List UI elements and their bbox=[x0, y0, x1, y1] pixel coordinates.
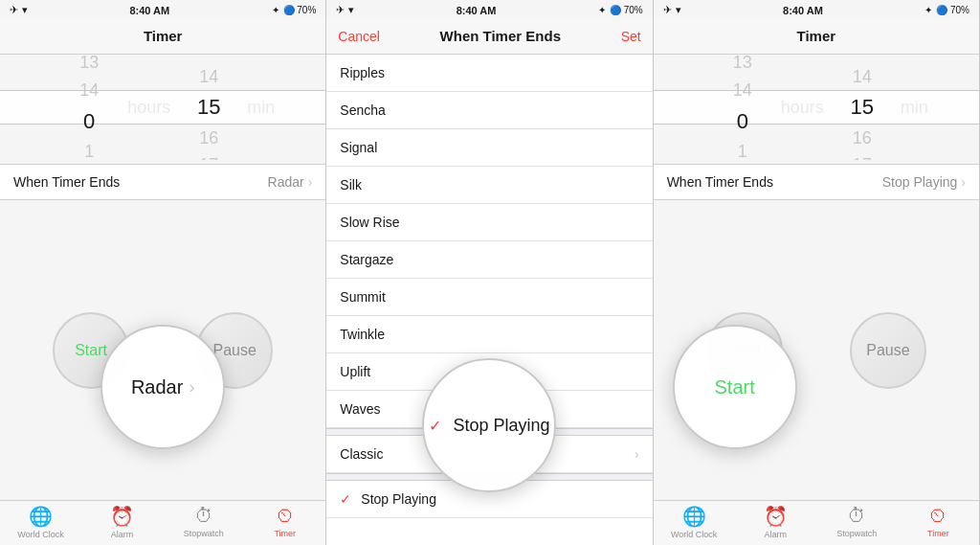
bluetooth-icon-3: ✦ bbox=[924, 5, 932, 15]
list-item-slow-rise[interactable]: Slow Rise bbox=[326, 204, 652, 241]
panel-when-timer-ends: ✈ ▾ 8:40 AM ✦ 🔵 70% Cancel When Timer En… bbox=[326, 0, 653, 545]
timer-ends-text-1: Radar bbox=[268, 174, 304, 190]
status-time-2: 8:40 AM bbox=[457, 5, 497, 16]
tab-world-clock-1[interactable]: 🌐 World Clock bbox=[0, 505, 81, 539]
list-item-stargaze[interactable]: Stargaze bbox=[326, 241, 652, 279]
list-item-signal[interactable]: Signal bbox=[326, 129, 652, 167]
timer-ends-value-1: Radar › bbox=[268, 174, 313, 190]
nav-bar-2: Cancel When Timer Ends Set bbox=[326, 18, 652, 55]
timer-icon-3: ⏲ bbox=[928, 505, 947, 527]
hour-item-0: 0 bbox=[51, 104, 127, 138]
min-item-13: 13 bbox=[170, 55, 247, 63]
status-left-1: ✈ ▾ bbox=[10, 4, 28, 16]
status-bar-2: ✈ ▾ 8:40 AM ✦ 🔵 70% bbox=[326, 0, 652, 18]
nav-title-3: Timer bbox=[703, 28, 929, 44]
stopwatch-icon-3: ⏱ bbox=[847, 505, 866, 527]
tab-stopwatch-label-1: Stopwatch bbox=[184, 529, 224, 538]
tab-bar-1: 🌐 World Clock ⏰ Alarm ⏱ Stopwatch ⏲ Time… bbox=[0, 500, 325, 545]
cancel-button-2[interactable]: Cancel bbox=[338, 29, 380, 44]
magnifier-2: ✓ Stop Playing bbox=[422, 358, 556, 492]
nav-bar-1: Timer bbox=[0, 18, 325, 55]
minutes-unit-1: min bbox=[247, 98, 275, 118]
hour-item-14: 14 bbox=[51, 77, 127, 104]
chevron-right-icon-1: › bbox=[308, 174, 313, 190]
airplane-icon-3: ✈ bbox=[663, 4, 672, 16]
set-button-2[interactable]: Set bbox=[621, 29, 641, 44]
tab-stopwatch-3[interactable]: ⏱ Stopwatch bbox=[816, 505, 898, 539]
hours-unit-1: hours bbox=[127, 98, 170, 118]
min-item-14-3: 14 bbox=[824, 63, 901, 91]
status-left-2: ✈ ▾ bbox=[336, 4, 354, 16]
tab-stopwatch-label-3: Stopwatch bbox=[836, 529, 877, 538]
ripples-label: Ripples bbox=[340, 65, 385, 80]
timer-ends-row-3[interactable]: When Timer Ends Stop Playing › bbox=[654, 164, 979, 200]
picker-area-3[interactable]: 12 13 14 0 1 2 hours 13 14 15 16 17 min bbox=[654, 55, 979, 160]
minutes-column-3[interactable]: 13 14 15 16 17 bbox=[824, 55, 901, 160]
stop-playing-label: Stop Playing bbox=[361, 491, 436, 507]
timer-ends-row-1[interactable]: When Timer Ends Radar › bbox=[0, 164, 325, 200]
list-item-sencha[interactable]: Sencha bbox=[326, 92, 652, 129]
silk-label: Silk bbox=[340, 177, 362, 193]
tab-world-clock-3[interactable]: 🌐 World Clock bbox=[654, 505, 735, 539]
timer-icon-1: ⏲ bbox=[276, 505, 295, 527]
list-item-silk[interactable]: Silk bbox=[326, 167, 652, 204]
min-item-16: 16 bbox=[170, 125, 247, 152]
tab-world-clock-label-3: World Clock bbox=[671, 530, 717, 539]
summit-label: Summit bbox=[340, 289, 385, 305]
tab-timer-label-1: Timer bbox=[274, 529, 296, 538]
picker-area-1[interactable]: 12 13 14 0 1 2 hours 13 14 15 16 17 min bbox=[0, 55, 325, 160]
magnifier-text-3: Start bbox=[715, 376, 755, 398]
status-time-3: 8:40 AM bbox=[783, 5, 823, 16]
slow-rise-label: Slow Rise bbox=[340, 215, 399, 230]
status-right-1: ✦ 🔵 70% bbox=[272, 5, 317, 15]
checkmark-icon: ✓ bbox=[340, 491, 351, 507]
min-item-15-3: 15 bbox=[824, 90, 901, 124]
sencha-label: Sencha bbox=[340, 102, 385, 118]
list-item-summit[interactable]: Summit bbox=[326, 279, 652, 316]
list-item-twinkle[interactable]: Twinkle bbox=[326, 316, 652, 353]
tab-timer-1[interactable]: ⏲ Timer bbox=[244, 505, 325, 539]
magnifier-text-1: Radar bbox=[131, 376, 183, 398]
timer-ends-label-3: When Timer Ends bbox=[667, 174, 773, 190]
magnifier-content-2: ✓ Stop Playing bbox=[429, 416, 549, 436]
magnifier-chevron-1: › bbox=[189, 377, 194, 397]
tab-alarm-3[interactable]: ⏰ Alarm bbox=[735, 505, 816, 539]
tab-world-clock-label-1: World Clock bbox=[17, 530, 63, 539]
picker-columns-1[interactable]: 12 13 14 0 1 2 hours 13 14 15 16 17 min bbox=[0, 55, 325, 160]
minutes-column[interactable]: 13 14 15 16 17 bbox=[170, 55, 247, 160]
airplane-icon: ✈ bbox=[10, 4, 18, 16]
world-clock-icon-3: 🌐 bbox=[682, 505, 706, 528]
hours-column-3[interactable]: 12 13 14 0 1 2 bbox=[704, 55, 781, 160]
status-bar-3: ✈ ▾ 8:40 AM ✦ 🔵 70% bbox=[654, 0, 979, 18]
nav-title-2: When Timer Ends bbox=[380, 28, 621, 44]
status-right-2: ✦ 🔵 70% bbox=[598, 5, 643, 15]
hours-column[interactable]: 12 13 14 0 1 2 bbox=[51, 55, 127, 160]
airplane-icon-2: ✈ bbox=[336, 4, 345, 16]
hour-item-14-3: 14 bbox=[704, 77, 781, 104]
hour-item-13: 13 bbox=[51, 55, 127, 77]
tab-bar-3: 🌐 World Clock ⏰ Alarm ⏱ Stopwatch ⏲ Time… bbox=[654, 500, 979, 545]
min-item-14: 14 bbox=[170, 63, 247, 91]
minutes-unit-3: min bbox=[901, 98, 928, 118]
tab-timer-label-3: Timer bbox=[927, 529, 949, 538]
min-item-13-3: 13 bbox=[824, 55, 901, 63]
min-item-16-3: 16 bbox=[824, 125, 901, 152]
tab-stopwatch-1[interactable]: ⏱ Stopwatch bbox=[163, 505, 244, 539]
stargaze-label: Stargaze bbox=[340, 252, 393, 267]
tab-alarm-label-3: Alarm bbox=[765, 530, 788, 539]
chevron-right-icon-3: › bbox=[961, 174, 966, 190]
magnifier-3: Start bbox=[673, 325, 797, 449]
panel-timer-main: ✈ ▾ 8:40 AM ✦ 🔵 70% Timer 12 13 14 0 1 2 bbox=[0, 0, 326, 545]
magnifier-text-2: Stop Playing bbox=[453, 416, 549, 436]
pause-button-3[interactable]: Pause bbox=[850, 312, 926, 389]
min-item-17-3: 17 bbox=[824, 151, 901, 160]
picker-columns-3[interactable]: 12 13 14 0 1 2 hours 13 14 15 16 17 min bbox=[654, 55, 979, 160]
min-item-15: 15 bbox=[170, 90, 247, 124]
list-item-ripples[interactable]: Ripples bbox=[326, 55, 652, 92]
status-left-3: ✈ ▾ bbox=[663, 4, 681, 16]
wifi-icon: ▾ bbox=[22, 4, 28, 16]
hour-item-1-3: 1 bbox=[704, 138, 781, 160]
wifi-icon-2: ▾ bbox=[348, 4, 354, 16]
tab-timer-3[interactable]: ⏲ Timer bbox=[898, 505, 979, 539]
tab-alarm-1[interactable]: ⏰ Alarm bbox=[81, 505, 163, 539]
